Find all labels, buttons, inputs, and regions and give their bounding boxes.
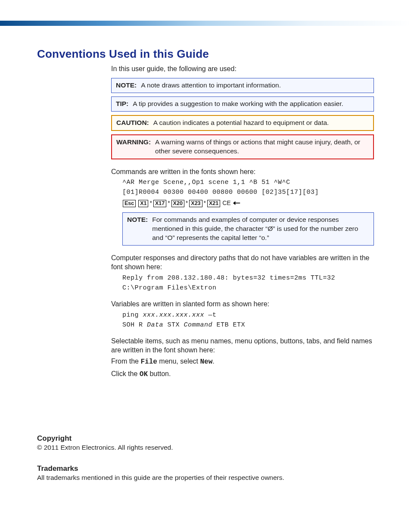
key-x17: X17 xyxy=(153,200,166,207)
cmd-line-1: ^AR Merge Scene,,Op1 scene 1,1 ^B 51 ^W^… xyxy=(122,179,374,186)
var-line-2-2: Data xyxy=(147,321,163,329)
page-title: Conventions Used in this Guide xyxy=(37,47,374,61)
note-label: NOTE: xyxy=(116,81,141,90)
note2-text: For commands and examples of computer or… xyxy=(152,215,369,243)
key-x20: X20 xyxy=(171,200,184,207)
note-text: A note draws attention to important info… xyxy=(141,81,281,90)
esc-sequence: Esc X1*X17*X20*X23*X21 CE xyxy=(122,199,374,207)
sep-star: * xyxy=(149,199,153,206)
note2-label: NOTE: xyxy=(127,215,152,224)
caution-label: CAUTION: xyxy=(116,118,153,128)
var-line-2-5: ETB ETX xyxy=(212,321,245,329)
callout-tip: TIP: A tip provides a suggestion to make… xyxy=(111,96,374,112)
page-body: Conventions Used in this Guide In this u… xyxy=(0,26,411,512)
var-line-1-pre: ping xyxy=(122,311,143,319)
sep-star: * xyxy=(203,199,207,206)
sel-line-2: Click the OK button. xyxy=(111,370,374,378)
sel-line-1: From the File menu, select New. xyxy=(111,358,374,366)
sep-star: * xyxy=(167,199,171,206)
cmd-line-2: [01]R0004 00300 00400 00800 00600 [02]35… xyxy=(122,189,374,196)
sel-line-2-b: OK xyxy=(140,370,148,378)
caution-text: A caution indicates a potential hazard t… xyxy=(153,118,329,128)
intro-text: In this user guide, the following are us… xyxy=(111,65,374,73)
main-content: In this user guide, the following are us… xyxy=(111,65,374,378)
var-line-1-post: —t xyxy=(204,311,217,319)
copyright-text: © 2011 Extron Electronics. All rights re… xyxy=(37,444,374,451)
tip-text: A tip provides a suggestion to make work… xyxy=(133,100,343,109)
warning-text: A warning warns of things or actions tha… xyxy=(155,138,369,156)
trademarks-heading: Trademarks xyxy=(37,464,374,473)
header-gradient xyxy=(0,21,411,26)
var-line-1: ping xxx.xxx.xxx.xxx —t xyxy=(122,311,374,319)
callout-note-2: NOTE: For commands and examples of compu… xyxy=(122,212,374,246)
warning-label: WARNING: xyxy=(116,138,155,147)
key-x23: X23 xyxy=(189,200,202,207)
ce-text: CE xyxy=(222,199,230,206)
responses-intro: Computer responses and directory paths t… xyxy=(111,253,374,272)
footer: Copyright © 2011 Extron Electronics. All… xyxy=(37,434,374,482)
trademarks-text: All trademarks mentioned in this guide a… xyxy=(37,474,374,482)
callout-caution: CAUTION: A caution indicates a potential… xyxy=(111,115,374,131)
sel-line-1-pre: From the xyxy=(111,358,140,365)
sel-line-1-post: . xyxy=(212,358,214,365)
resp-line-1: Reply from 208.132.180.48: bytes=32 time… xyxy=(122,274,374,282)
return-arrow-icon xyxy=(233,200,241,207)
var-line-2-1: SOH R xyxy=(122,321,147,329)
sep-star: * xyxy=(185,199,189,206)
key-x1: X1 xyxy=(138,200,148,207)
copyright-heading: Copyright xyxy=(37,434,374,443)
callout-note: NOTE: A note draws attention to importan… xyxy=(111,78,374,93)
key-x21: X21 xyxy=(207,200,220,207)
key-esc: Esc xyxy=(123,200,136,207)
sel-line-2-pre: Click the xyxy=(111,370,140,377)
sel-line-2-post: button. xyxy=(148,370,171,377)
var-line-2-4: Command xyxy=(184,321,213,329)
callout-warning: WARNING: A warning warns of things or ac… xyxy=(111,134,374,159)
tip-label: TIP: xyxy=(116,100,133,109)
var-line-2-3: STX xyxy=(163,321,184,329)
var-line-2: SOH R Data STX Command ETB ETX xyxy=(122,321,374,329)
var-line-1-var: xxx.xxx.xxx.xxx xyxy=(143,311,205,319)
commands-intro: Commands are written in the fonts shown … xyxy=(111,167,374,177)
variables-intro: Variables are written in slanted form as… xyxy=(111,299,374,309)
sel-line-1-b2: New xyxy=(200,358,212,366)
selectable-intro: Selectable items, such as menu names, me… xyxy=(111,336,374,355)
sel-line-1-mid: menu, select xyxy=(157,358,200,365)
resp-line-2: C:\Program Files\Extron xyxy=(122,284,374,292)
sel-line-1-b1: File xyxy=(140,358,157,366)
